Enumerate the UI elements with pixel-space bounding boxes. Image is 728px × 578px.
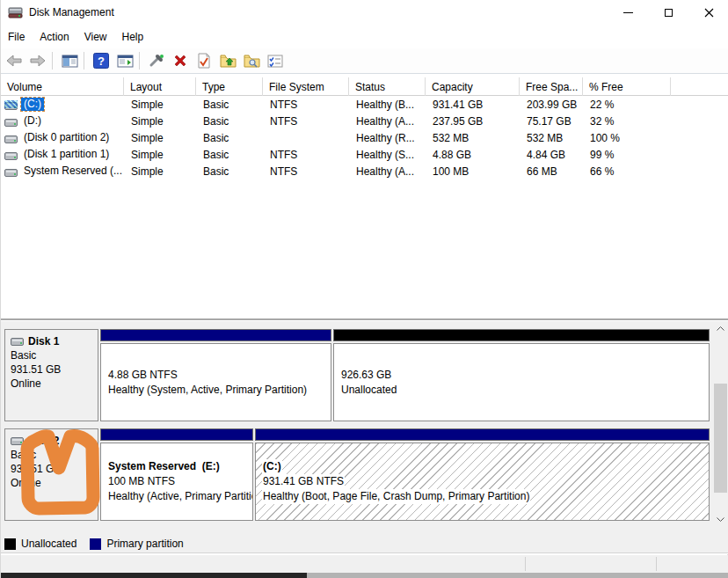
- folder-search-icon: [244, 54, 260, 68]
- partition-disk1-unallocated[interactable]: 926.63 GB Unallocated: [333, 329, 710, 421]
- action-pane-button[interactable]: [114, 50, 135, 71]
- column-header-free-space[interactable]: Free Spa...: [520, 77, 583, 96]
- delete-volume-button[interactable]: [170, 50, 191, 71]
- column-header-capacity[interactable]: Capacity: [426, 77, 520, 96]
- disk-kind: Basic: [11, 448, 92, 462]
- volume-name[interactable]: (Disk 0 partition 2): [21, 131, 112, 144]
- column-header-file-system[interactable]: File System: [263, 77, 349, 96]
- volume-name[interactable]: System Reserved (...: [21, 165, 124, 178]
- chevron-up-icon: [717, 326, 724, 331]
- table-row-disk1-partition1[interactable]: (Disk 1 partition 1) Simple Basic NTFS H…: [1, 146, 728, 163]
- chevron-down-icon: [717, 517, 724, 522]
- cell-free-space: 532 MB: [520, 129, 583, 146]
- column-header-empty: [671, 77, 728, 96]
- minimize-button[interactable]: [608, 0, 648, 25]
- disk-1-block: Disk 1 Basic 931.51 GB Online 4.88 GB NT…: [4, 329, 710, 421]
- disk-2-label-panel[interactable]: Disk 2 Basic 931.51 GB Online: [4, 428, 98, 521]
- partition-disk1-ntfs[interactable]: 4.88 GB NTFS Healthy (System, Active, Pr…: [100, 329, 331, 421]
- menu-action[interactable]: Action: [40, 31, 69, 43]
- cell-pct-free: 99 %: [583, 146, 671, 163]
- table-row-disk0-partition2[interactable]: (Disk 0 partition 2) Simple Basic Health…: [1, 129, 728, 146]
- menu-file[interactable]: File: [8, 31, 25, 43]
- toolbar: ?: [1, 48, 728, 74]
- volume-name[interactable]: (C:): [21, 98, 44, 111]
- table-row-system-reserved[interactable]: System Reserved (... Simple Basic NTFS H…: [1, 163, 728, 179]
- check-document-button[interactable]: [193, 50, 215, 71]
- cell-status: Healthy (A...: [349, 163, 426, 179]
- action-pane-icon: [117, 55, 134, 68]
- table-row-volume-c[interactable]: (C:) Simple Basic NTFS Healthy (B... 931…: [1, 96, 728, 113]
- partition-status-line: Healthy (Boot, Page File, Crash Dump, Pr…: [262, 489, 530, 504]
- cell-layout: Simple: [124, 129, 196, 146]
- disk-name: Disk 2: [28, 434, 59, 448]
- toolbar-separator: [139, 52, 140, 70]
- primary-partition-bar: [100, 428, 253, 441]
- partition-status-line: Unallocated: [340, 383, 397, 398]
- cell-status: Healthy (S...: [349, 146, 426, 163]
- primary-partition-swatch: [90, 538, 101, 550]
- disk-kind: Basic: [11, 348, 92, 362]
- cell-pct-free: 32 %: [583, 113, 671, 129]
- disk-1-label-panel[interactable]: Disk 1 Basic 931.51 GB Online: [4, 329, 98, 421]
- scroll-down-button[interactable]: [713, 512, 728, 527]
- column-header-status[interactable]: Status: [349, 77, 426, 96]
- cell-layout: Simple: [124, 163, 196, 179]
- scroll-thumb[interactable]: [714, 384, 727, 493]
- legend-primary-partition-label: Primary partition: [106, 538, 183, 550]
- cell-status: Healthy (R...: [349, 129, 426, 146]
- partition-title-line: System Reserved (E:): [107, 459, 221, 474]
- menu-bar: File Action View Help: [1, 25, 728, 48]
- volume-name[interactable]: (D:): [21, 114, 44, 128]
- drive-icon: [4, 134, 18, 142]
- tool-button[interactable]: [146, 50, 167, 71]
- cell-pct-free: 100 %: [583, 129, 671, 146]
- unallocated-bar: [333, 329, 710, 341]
- disk-icon: [11, 338, 24, 346]
- back-button[interactable]: [4, 50, 25, 71]
- column-header-type[interactable]: Type: [196, 77, 263, 96]
- partition-system-reserved[interactable]: System Reserved (E:) 100 MB NTFS Healthy…: [100, 428, 253, 521]
- column-header-pct-free[interactable]: % Free: [583, 77, 671, 96]
- cell-type: Basic: [196, 96, 263, 113]
- forward-icon: [30, 55, 46, 67]
- graphical-view-pane: Disk 1 Basic 931.51 GB Online 4.88 GB NT…: [1, 321, 728, 552]
- disk-management-window: Disk Management File Action View Help: [0, 0, 728, 578]
- table-row-volume-d[interactable]: (D:) Simple Basic NTFS Healthy (A... 237…: [1, 113, 728, 129]
- maximize-button[interactable]: [648, 0, 688, 25]
- cell-pct-free: 66 %: [583, 163, 671, 179]
- cell-capacity: 100 MB: [426, 163, 520, 179]
- drive-icon: [4, 100, 18, 108]
- taskbar-edge: [1, 573, 728, 578]
- partition-size-line: 926.63 GB: [340, 368, 392, 383]
- close-button[interactable]: [688, 0, 728, 25]
- graph-pane-scrollbar[interactable]: [713, 321, 728, 527]
- menu-view[interactable]: View: [84, 31, 107, 43]
- status-bar: [1, 555, 728, 573]
- forward-button[interactable]: [27, 50, 48, 71]
- console-tree-button[interactable]: [59, 50, 80, 71]
- cell-layout: Simple: [124, 113, 196, 129]
- column-header-layout[interactable]: Layout: [124, 77, 196, 96]
- menu-help[interactable]: Help: [122, 31, 144, 43]
- help-button[interactable]: ?: [91, 50, 112, 71]
- volume-name[interactable]: (Disk 1 partition 1): [21, 148, 112, 161]
- partition-c-drive[interactable]: (C:) 931.41 GB NTFS Healthy (Boot, Page …: [255, 428, 710, 521]
- folder-up-button[interactable]: [217, 50, 238, 71]
- check-document-icon: [197, 53, 211, 69]
- checklist-icon: [267, 55, 283, 68]
- scroll-up-button[interactable]: [713, 321, 728, 336]
- column-header-volume[interactable]: Volume: [1, 77, 124, 96]
- close-icon: [704, 8, 714, 18]
- checklist-button[interactable]: [265, 50, 286, 71]
- drive-icon: [4, 150, 18, 158]
- volume-list-header: Volume Layout Type File System Status Ca…: [1, 77, 728, 96]
- cell-capacity: 4.88 GB: [426, 146, 520, 163]
- partition-status-line: Healthy (System, Active, Primary Partiti…: [107, 383, 308, 398]
- svg-text:?: ?: [98, 55, 105, 68]
- folder-search-button[interactable]: [241, 50, 262, 71]
- cell-layout: Simple: [124, 96, 196, 113]
- disk-2-block: Disk 2 Basic 931.51 GB Online System Res…: [4, 428, 710, 521]
- minimize-icon: [623, 12, 633, 13]
- toolbar-separator: [84, 52, 84, 70]
- cell-layout: Simple: [124, 146, 196, 163]
